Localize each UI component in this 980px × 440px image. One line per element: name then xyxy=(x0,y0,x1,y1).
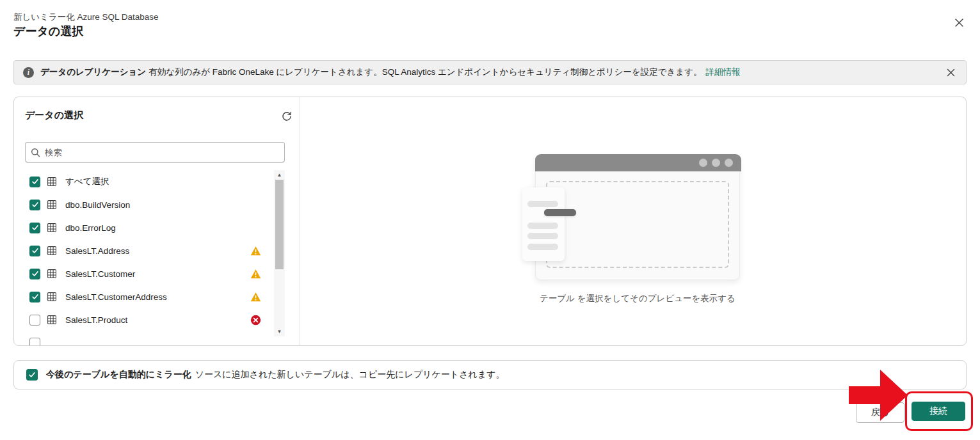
table-icon xyxy=(47,200,57,210)
table-checkbox[interactable] xyxy=(29,200,40,210)
refresh-icon[interactable] xyxy=(280,109,294,123)
pane-title: データの選択 xyxy=(25,109,83,122)
warning-icon xyxy=(250,246,261,256)
table-row[interactable]: SalesLT.CustomerAddress xyxy=(14,285,283,308)
table-row-label: SalesLT.Address xyxy=(65,246,129,256)
table-checkbox[interactable] xyxy=(29,292,40,302)
error-icon xyxy=(250,315,261,326)
table-icon xyxy=(47,177,57,187)
search-field[interactable] xyxy=(45,148,279,157)
table-row[interactable]: SalesLT.Customer xyxy=(14,262,283,285)
scrollbar-thumb[interactable] xyxy=(275,180,284,269)
close-icon[interactable] xyxy=(952,15,966,29)
table-icon xyxy=(47,315,57,325)
learn-more-link[interactable]: 詳細情報 xyxy=(706,67,741,77)
auto-mirror-desc: ソースに追加された新しいテーブルは、コピー先にレプリケートされます。 xyxy=(195,369,505,379)
auto-mirror-bold: 今後のテーブルを自動的にミラー化 xyxy=(46,369,191,379)
search-icon xyxy=(31,148,40,157)
banner-bold-text: データのレプリケーション xyxy=(40,67,146,77)
illustration-titlebar xyxy=(535,154,741,171)
table-icon xyxy=(47,246,57,256)
table-icon xyxy=(47,269,57,279)
warning-icon xyxy=(250,292,261,302)
warning-icon xyxy=(250,269,261,279)
auto-mirror-label: 今後のテーブルを自動的にミラー化ソースに追加された新しいテーブルは、コピー先にレ… xyxy=(46,369,505,381)
scroll-down-icon[interactable]: ▼ xyxy=(274,327,285,336)
table-checkbox[interactable] xyxy=(29,269,40,279)
table-row[interactable]: dbo.BuildVersion xyxy=(14,193,283,216)
banner-message: データのレプリケーション有効な列のみが Fabric OneLake にレプリケ… xyxy=(40,67,741,78)
table-row[interactable]: すべて選択 xyxy=(14,170,283,193)
auto-mirror-bar: 今後のテーブルを自動的にミラー化ソースに追加された新しいテーブルは、コピー先にレ… xyxy=(13,360,967,389)
table-row[interactable]: SalesLT.Address xyxy=(14,239,283,262)
table-checkbox[interactable] xyxy=(29,246,40,256)
table-row-label: SalesLT.CustomerAddress xyxy=(65,292,167,302)
table-checkbox[interactable] xyxy=(29,177,40,187)
dialog-subtitle: 新しいミラー化 Azure SQL Database xyxy=(13,12,159,23)
table-row-label: dbo.BuildVersion xyxy=(65,200,130,210)
scrollbar[interactable]: ▲ ▼ xyxy=(274,170,285,336)
auto-mirror-checkbox[interactable] xyxy=(26,369,38,381)
table-checkbox[interactable] xyxy=(29,315,40,326)
dashed-placeholder-area xyxy=(546,181,729,268)
table-icon xyxy=(47,292,57,302)
table-row[interactable]: dbo.ErrorLog xyxy=(14,216,283,239)
table-icon xyxy=(47,223,57,233)
search-input[interactable] xyxy=(25,142,285,162)
mirroring-dialog: 新しいミラー化 Azure SQL Database データの選択 i データの… xyxy=(0,0,980,440)
titlebar-dots-icon xyxy=(699,159,733,167)
document-dark-line xyxy=(544,209,576,216)
table-selection-pane: データの選択 すべて選択 xyxy=(14,97,300,345)
select-data-panel: データの選択 すべて選択 xyxy=(13,97,967,346)
page-title: データの選択 xyxy=(13,24,83,39)
banner-body-text: 有効な列のみが Fabric OneLake にレプリケートされます。SQL A… xyxy=(149,67,702,77)
table-row-label: dbo.ErrorLog xyxy=(65,223,116,233)
table-checkbox[interactable] xyxy=(29,223,40,233)
table-row-label: すべて選択 xyxy=(65,176,109,187)
info-icon: i xyxy=(23,67,34,78)
table-row-label: SalesLT.Customer xyxy=(65,269,135,279)
table-row[interactable] xyxy=(14,331,283,345)
banner-close-icon[interactable] xyxy=(944,66,957,79)
scroll-up-icon[interactable]: ▲ xyxy=(274,170,285,180)
preview-caption: テーブル を選択をしてそのプレビューを表示する xyxy=(510,293,766,304)
table-row-label: SalesLT.Product xyxy=(65,315,127,325)
back-button[interactable]: 戻る xyxy=(856,402,904,423)
table-list: すべて選択 dbo.BuildVersion xyxy=(14,170,283,345)
connect-button[interactable]: 接続 xyxy=(912,402,965,421)
table-checkbox[interactable] xyxy=(29,338,40,346)
table-row[interactable]: SalesLT.Product xyxy=(14,308,283,331)
info-banner: i データのレプリケーション有効な列のみが Fabric OneLake にレプ… xyxy=(13,60,967,84)
document-illustration xyxy=(522,187,565,261)
